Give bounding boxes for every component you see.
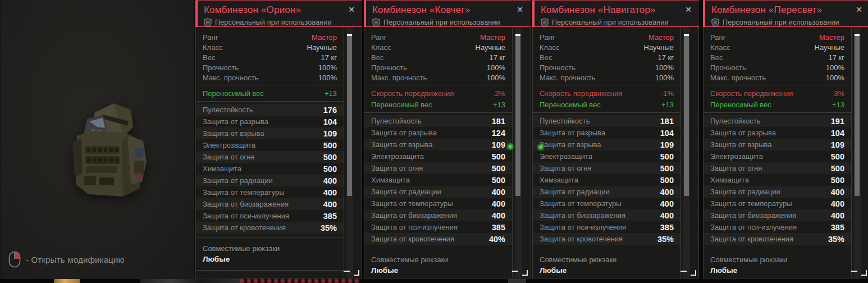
info-row: Прочность100% [364, 62, 512, 72]
stat-value: 500 [492, 152, 505, 161]
stat-row: Защита от радиации400 [703, 186, 851, 198]
close-icon[interactable]: ✕ [856, 6, 862, 13]
divider [703, 112, 851, 113]
resize-dash[interactable] [344, 271, 350, 272]
stat-value: 500 [660, 164, 674, 173]
resize-dash[interactable] [851, 271, 857, 272]
stat-value: 500 [492, 164, 505, 173]
stat-row: Защита от разрыва104 [533, 127, 680, 139]
stat-label: Защита от пси-излучения [540, 223, 626, 231]
stat-label: Электрозащита [203, 141, 255, 149]
compatible-containers-label: Совместимые контейнеры [196, 273, 344, 279]
modifier-label: Переносимый вес [371, 101, 432, 109]
stat-value: 400 [831, 188, 844, 197]
close-icon[interactable]: ✕ [685, 6, 692, 13]
compatible-backpacks-value: Любые [703, 265, 851, 279]
stat-label: Защита от разрыва [540, 129, 605, 137]
modifier-row: Скорость передвижения-3% [703, 88, 851, 99]
divider [196, 101, 344, 102]
modifier-label: Переносимый вес [540, 101, 601, 109]
resize-corner-handle[interactable] [354, 270, 359, 276]
info-value: 100% [487, 63, 505, 72]
scrollbar-track[interactable] [683, 27, 690, 278]
info-row: РангМастер [533, 32, 680, 42]
item-title: Комбинезон «Пересвет» [711, 4, 864, 16]
spacer [196, 234, 344, 235]
resize-dash[interactable] [680, 271, 687, 272]
background-item-sliver [54, 279, 80, 283]
stat-label: Защита от огня [371, 164, 423, 172]
stat-row: Защита от разрыва104 [196, 116, 344, 127]
compatible-backpacks-value: Любые [533, 265, 680, 279]
info-value: 17 кг [828, 53, 844, 62]
stat-label: Защита от огня [203, 153, 254, 161]
resize-dash[interactable] [512, 271, 518, 272]
green-particle-glow [506, 142, 515, 151]
tooltip-header: Комбинезон «Орион» ✕ Персональный при ис… [195, 0, 362, 27]
scrollbar-thumb[interactable] [515, 34, 520, 196]
modifier-row: Переносимый вес+13 [196, 88, 344, 99]
info-label: Класс [203, 43, 222, 52]
info-row: Прочность100% [533, 62, 680, 72]
modifier-value: +13 [325, 89, 337, 98]
info-label: Макс. прочность [710, 74, 766, 82]
scrollbar-track[interactable] [515, 27, 522, 278]
close-icon[interactable]: ✕ [517, 6, 523, 13]
stat-value: 109 [492, 140, 505, 149]
scrollbar-thumb[interactable] [347, 34, 352, 196]
info-label: Вес [540, 53, 552, 62]
modifier-label: Скорость передвижения [371, 89, 454, 98]
scrollbar-thumb[interactable] [855, 34, 860, 196]
scrollbar-thumb[interactable] [684, 34, 689, 196]
resize-corner-handle[interactable] [522, 270, 528, 276]
stat-value: 109 [831, 140, 844, 149]
stat-row: Защита от пси-излучения385 [703, 221, 851, 233]
hint-label: - Открыть модификацию [26, 255, 125, 264]
stat-row: Защита от температуры400 [196, 186, 344, 198]
stat-row: Защита от взрыва109 [703, 139, 851, 150]
content-scroll-separator [680, 27, 681, 278]
stat-row: Пулестойкость181 [533, 115, 680, 127]
modifier-value: -2% [492, 89, 505, 98]
info-label: Ранг [540, 33, 555, 42]
scrollbar-track[interactable] [346, 27, 353, 278]
tooltip-content: РангМастерКлассНаучныеВес17 кгПрочность1… [703, 32, 851, 279]
stat-value: 500 [831, 152, 844, 161]
stat-value: 104 [660, 129, 674, 138]
stat-label: Пулестойкость [203, 106, 253, 114]
spacer [364, 245, 512, 247]
stat-label: Химзащита [203, 165, 241, 173]
stat-value: 400 [660, 199, 674, 208]
modifier-value: -3% [832, 89, 844, 98]
item-image-suit[interactable] [56, 94, 160, 199]
info-value: Мастер [312, 33, 337, 42]
stat-row: Защита от взрыва109 [196, 127, 344, 139]
info-label: Вес [371, 53, 383, 62]
info-row: РангМастер [364, 32, 512, 42]
stat-label: Химзащита [540, 176, 578, 184]
stat-label: Защита от биозаражения [710, 211, 796, 220]
stat-label: Защита от взрыва [710, 140, 771, 149]
resize-corner-handle[interactable] [861, 270, 867, 276]
modifier-row: Скорость передвижения-2% [364, 88, 512, 99]
shield-icon [541, 18, 549, 27]
stat-label: Защита от пси-излучения [710, 223, 797, 231]
modifier-label: Скорость передвижения [540, 89, 622, 98]
info-row: КлассНаучные [533, 42, 680, 52]
stat-label: Пулестойкость [371, 117, 421, 125]
background-tooltip-title-sliver [240, 279, 359, 283]
scrollbar-track[interactable] [854, 27, 861, 278]
close-icon[interactable]: ✕ [348, 6, 355, 13]
stat-label: Защита от кровотечения [540, 235, 623, 243]
resize-corner-handle[interactable] [691, 270, 696, 276]
content-scroll-separator [512, 27, 513, 278]
stat-row: Защита от температуры400 [703, 198, 851, 209]
info-label: Прочность [540, 63, 575, 72]
stat-row: Защита от взрыва109 [533, 139, 680, 150]
info-row: Прочность100% [196, 62, 344, 72]
modifier-label: Переносимый вес [710, 101, 771, 109]
binding-note: Персональный при использовании [552, 19, 669, 26]
tooltip-panel: Комбинезон «Навигатор» ✕ Персональный пр… [532, 0, 699, 279]
info-label: Ранг [203, 33, 218, 42]
stat-row: Защита от огня500 [703, 162, 851, 174]
